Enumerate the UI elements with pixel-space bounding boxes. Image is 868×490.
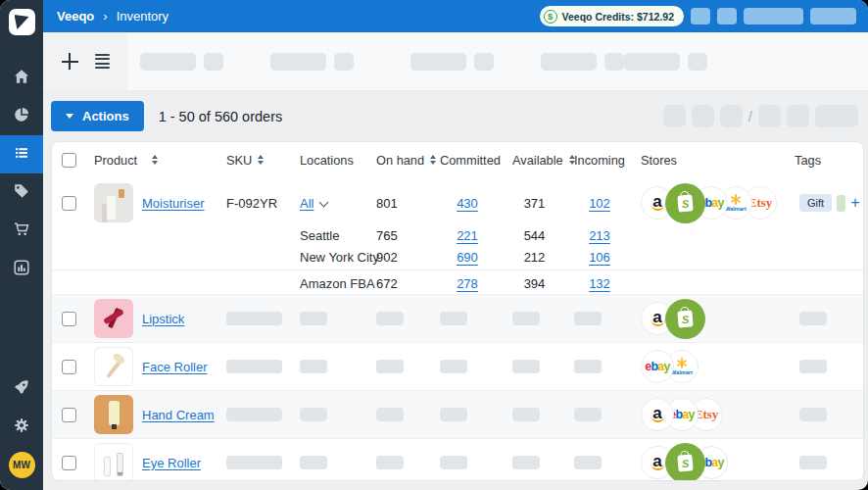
- placeholder-cell: [782, 408, 863, 421]
- committed-link[interactable]: 430: [457, 196, 478, 211]
- placeholder-cell: [566, 312, 633, 325]
- committed-link[interactable]: 690: [457, 250, 478, 265]
- veeqo-credits-badge[interactable]: $ Veeqo Credits: $712.92: [540, 6, 684, 26]
- incoming-link[interactable]: 102: [589, 196, 610, 211]
- sidebar-item-analytics[interactable]: [0, 97, 43, 135]
- toolbar-placeholder[interactable]: [334, 53, 354, 71]
- inventory-table: ProductSKULocationsOn handCommittedAvail…: [51, 141, 864, 481]
- menu-icon[interactable]: [95, 54, 110, 70]
- actions-button-label: Actions: [82, 109, 129, 123]
- product-link[interactable]: Moisturiser: [142, 196, 205, 211]
- column-label: Product: [94, 153, 137, 168]
- placeholder-cell: [295, 408, 368, 421]
- product-link[interactable]: Lipstick: [142, 312, 184, 326]
- column-label: Stores: [641, 153, 677, 168]
- placeholder-cell: [503, 360, 566, 373]
- sidebar-item-boost[interactable]: [0, 369, 43, 408]
- home-icon: [14, 69, 29, 88]
- available-value: 544: [524, 228, 546, 243]
- row-checkbox[interactable]: [62, 408, 76, 422]
- toolbar-placeholder[interactable]: [410, 53, 466, 71]
- location-cell: New York City: [295, 250, 368, 265]
- committed-link[interactable]: 278: [457, 276, 478, 291]
- sidebar-item-orders[interactable]: [0, 212, 43, 250]
- placeholder-cell: [368, 408, 432, 421]
- product-link[interactable]: Eye Roller: [142, 456, 201, 470]
- data-placeholder: [300, 312, 327, 325]
- data-placeholder: [574, 312, 602, 325]
- product-link[interactable]: Hand Cream: [142, 408, 215, 422]
- table-header-row: ProductSKULocationsOn handCommittedAvail…: [52, 142, 863, 177]
- topbar-placeholder-button[interactable]: [717, 8, 737, 24]
- toolbar-placeholder[interactable]: [474, 53, 494, 71]
- row-checkbox[interactable]: [62, 196, 76, 211]
- committed-link-cell: 278: [432, 276, 503, 291]
- toolbar-placeholder[interactable]: [624, 53, 680, 71]
- topbar-placeholder-button[interactable]: [810, 8, 856, 24]
- data-placeholder: [440, 312, 467, 325]
- product-thumbnail: [94, 395, 133, 434]
- stores-cell: aSebayWalmartEtsy: [633, 183, 782, 223]
- tag-pill[interactable]: Gift: [799, 194, 832, 212]
- ebay-letter: y: [664, 360, 670, 373]
- sidebar-item-settings[interactable]: [0, 408, 43, 446]
- actions-button[interactable]: Actions: [51, 101, 144, 131]
- column-header-locations: Locations: [295, 153, 368, 168]
- toolbar-placeholder[interactable]: [688, 53, 707, 71]
- toolbar-placeholder[interactable]: [270, 53, 326, 71]
- pagination-placeholder[interactable]: [758, 105, 781, 127]
- data-placeholder: [376, 456, 404, 469]
- shopify-store-icon: S: [665, 299, 705, 339]
- user-avatar[interactable]: MW: [9, 452, 35, 478]
- column-header-on-hand[interactable]: On hand: [368, 153, 432, 168]
- select-all-checkbox[interactable]: [62, 153, 76, 168]
- committed-link-cell: 690: [432, 250, 503, 265]
- pagination-placeholder[interactable]: [692, 105, 714, 127]
- available-value-cell: 212: [503, 250, 566, 265]
- row-checkbox[interactable]: [62, 360, 76, 374]
- topbar-placeholder-button[interactable]: [744, 8, 803, 24]
- sidebar-item-inventory[interactable]: [0, 135, 43, 173]
- row-checkbox[interactable]: [62, 456, 76, 470]
- row-checkbox[interactable]: [62, 312, 76, 326]
- location-sub-row: New York City902690212106: [52, 246, 863, 268]
- toolbar-placeholder[interactable]: [204, 53, 223, 71]
- product-cell: Lipstick: [87, 299, 220, 338]
- column-header-product[interactable]: Product: [87, 153, 220, 168]
- toolbar-placeholder[interactable]: [541, 53, 597, 71]
- amazon-smile-icon: [651, 318, 665, 326]
- ebay-letter: y: [718, 196, 724, 210]
- toolbar-filter-group: [410, 53, 494, 71]
- product-cell: Moisturiser: [87, 183, 220, 222]
- product-link[interactable]: Face Roller: [142, 360, 207, 374]
- content-area: ProductSKULocationsOn handCommittedAvail…: [43, 141, 868, 490]
- toolbar-placeholder[interactable]: [604, 53, 624, 71]
- placeholder-cell: [503, 456, 566, 469]
- committed-link[interactable]: 221: [457, 228, 478, 243]
- location-cell: Seattle: [295, 228, 368, 243]
- pagination-placeholder[interactable]: [720, 105, 743, 127]
- location-expander[interactable]: All: [300, 196, 313, 211]
- sidebar-item-reports[interactable]: [0, 250, 43, 288]
- toolbar-placeholder[interactable]: [140, 53, 196, 71]
- add-icon[interactable]: [62, 53, 78, 70]
- column-header-committed: Committed: [432, 153, 503, 168]
- pagination-placeholder[interactable]: [787, 105, 809, 127]
- column-header-available[interactable]: Available: [503, 153, 566, 168]
- column-header-sku[interactable]: SKU: [220, 153, 295, 168]
- data-placeholder: [226, 456, 282, 469]
- rocket-icon: [14, 379, 29, 399]
- incoming-link-cell: 106: [566, 250, 633, 265]
- breadcrumb-brand[interactable]: Veeqo: [57, 9, 94, 24]
- credits-label: Veeqo Credits: $712.92: [562, 11, 674, 23]
- add-tag-button[interactable]: +: [850, 195, 859, 211]
- sidebar-item-home[interactable]: [0, 59, 43, 97]
- pagination-placeholder[interactable]: [663, 105, 686, 127]
- topbar-placeholder-button[interactable]: [691, 8, 710, 24]
- incoming-link[interactable]: 106: [589, 250, 610, 265]
- sidebar-item-tags[interactable]: [0, 173, 43, 212]
- incoming-link[interactable]: 213: [589, 228, 610, 243]
- incoming-link[interactable]: 132: [589, 276, 610, 291]
- pagination-placeholder[interactable]: [815, 105, 858, 127]
- on-hand-value-cell: 672: [368, 276, 432, 291]
